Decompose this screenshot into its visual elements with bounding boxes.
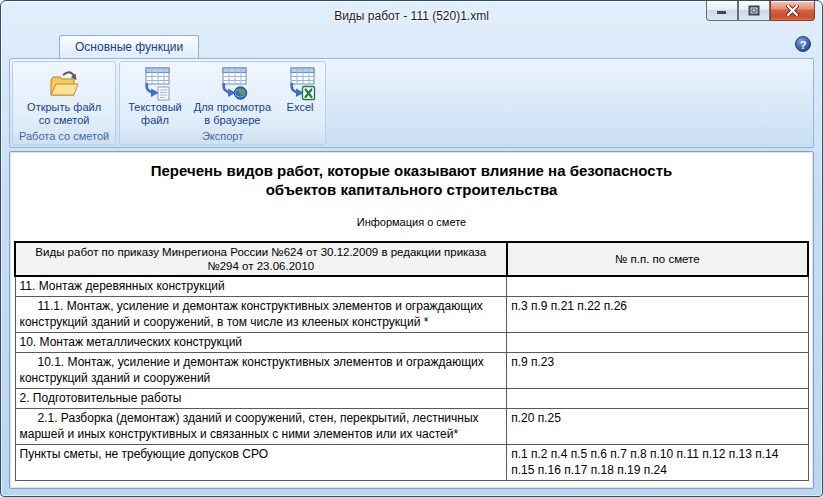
items-cell xyxy=(507,333,808,353)
table-row: Пункты сметы, не требующие допусков СРОп… xyxy=(15,445,808,481)
document-title-line2: объектов капитального строительства xyxy=(12,180,811,199)
header-work-types: Виды работ по приказу Минрегиона России … xyxy=(15,242,507,276)
items-cell: п.3 п.9 п.21 п.22 п.26 xyxy=(507,297,808,333)
window-controls xyxy=(706,1,815,21)
maximize-icon xyxy=(748,5,760,16)
document-subtitle: Информация о смете xyxy=(12,216,811,228)
button-label-line2: со сметой xyxy=(27,114,101,127)
window-title: Виды работ - 111 (520)1.xml xyxy=(1,1,822,31)
minimize-icon xyxy=(716,6,728,15)
app-window: Виды работ - 111 (520)1.xml Основные фун… xyxy=(0,0,823,497)
export-browser-button[interactable]: Для просмотра в браузере xyxy=(191,65,274,129)
maximize-button[interactable] xyxy=(738,1,770,21)
export-excel-button[interactable]: Excel xyxy=(280,65,320,116)
table-row: 11. Монтаж деревянных конструкций xyxy=(15,276,808,297)
work-cell: 2.1. Разборка (демонтаж) зданий и сооруж… xyxy=(15,409,507,445)
open-folder-icon xyxy=(47,67,81,101)
button-label-line1: Текстовый xyxy=(128,101,182,114)
work-cell: Пункты сметы, не требующие допусков СРО xyxy=(15,445,507,481)
button-label-line1: Для просмотра xyxy=(194,101,271,114)
table-row: 11.1. Монтаж, усиление и демонтаж констр… xyxy=(15,297,808,333)
minimize-button[interactable] xyxy=(706,1,738,21)
document-title-line1: Перечень видов работ, которые оказывают … xyxy=(12,161,811,180)
export-text-file-button[interactable]: Текстовый файл xyxy=(125,65,185,129)
close-icon xyxy=(786,5,799,16)
items-cell: п.9 п.23 xyxy=(507,353,808,389)
items-cell: п.20 п.25 xyxy=(507,409,808,445)
button-label-line2: файл xyxy=(128,114,182,127)
header-item-numbers: № п.п. по смете xyxy=(507,242,808,276)
table-row: 10. Монтаж металлических конструкций xyxy=(15,333,808,353)
ribbon-tabstrip: Основные функции ? xyxy=(1,31,822,58)
export-text-file-icon xyxy=(138,67,172,101)
open-file-button[interactable]: Открыть файл со сметой xyxy=(24,65,104,129)
work-cell: 2. Подготовительные работы xyxy=(15,389,507,409)
work-cell: 11. Монтаж деревянных конструкций xyxy=(15,276,507,297)
work-cell: 10. Монтаж металлических конструкций xyxy=(15,333,507,353)
titlebar[interactable]: Виды работ - 111 (520)1.xml xyxy=(1,1,822,31)
document-title: Перечень видов работ, которые оказывают … xyxy=(12,161,811,199)
close-button[interactable] xyxy=(770,1,815,21)
button-label-line1: Excel xyxy=(287,101,314,114)
tab-main-functions[interactable]: Основные функции xyxy=(59,35,199,58)
export-browser-icon xyxy=(215,67,249,101)
group-export: Текстовый файл xyxy=(119,61,326,145)
button-label-line2: в браузере xyxy=(194,114,271,127)
button-label-line1: Открыть файл xyxy=(27,101,101,114)
document-area: Перечень видов работ, которые оказывают … xyxy=(9,151,814,489)
works-table-body: 11. Монтаж деревянных конструкций11.1. М… xyxy=(15,276,808,481)
items-cell xyxy=(507,276,808,297)
help-icon[interactable]: ? xyxy=(795,36,811,52)
group-caption: Работа со сметой xyxy=(13,129,115,144)
group-caption: Экспорт xyxy=(120,129,325,144)
table-row: 10.1. Монтаж, усиление и демонтаж констр… xyxy=(15,353,808,389)
table-header-row: Виды работ по приказу Минрегиона России … xyxy=(15,242,808,276)
table-row: 2. Подготовительные работы xyxy=(15,389,808,409)
work-cell: 10.1. Монтаж, усиление и демонтаж констр… xyxy=(15,353,507,389)
export-excel-icon xyxy=(283,67,317,101)
items-cell xyxy=(507,389,808,409)
items-cell: п.1 п.2 п.4 п.5 п.6 п.7 п.8 п.10 п.11 п.… xyxy=(507,445,808,481)
group-open-file: Открыть файл со сметой Работа со сметой xyxy=(12,61,116,145)
works-table: Виды работ по приказу Минрегиона России … xyxy=(14,241,809,481)
ribbon-panel: Открыть файл со сметой Работа со сметой xyxy=(9,58,814,148)
work-cell: 11.1. Монтаж, усиление и демонтаж констр… xyxy=(15,297,507,333)
table-row: 2.1. Разборка (демонтаж) зданий и сооруж… xyxy=(15,409,808,445)
